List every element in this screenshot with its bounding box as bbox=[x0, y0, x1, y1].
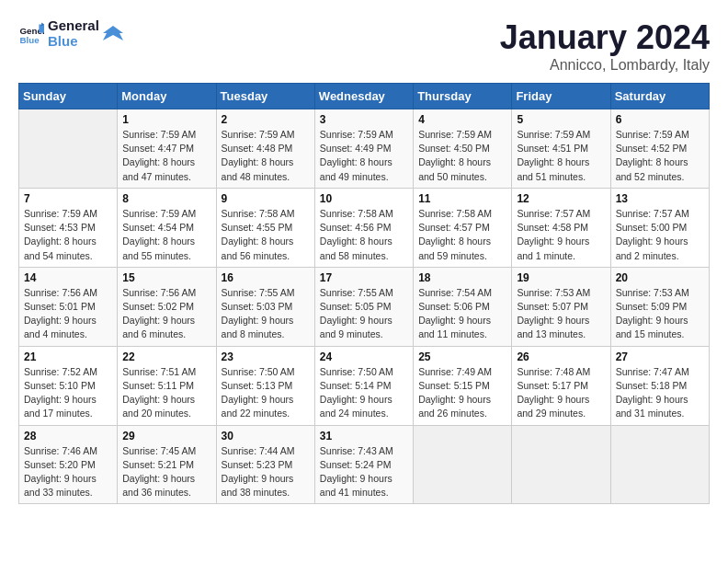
svg-marker-4 bbox=[103, 26, 123, 40]
day-info: Sunrise: 7:53 AM Sunset: 5:07 PM Dayligh… bbox=[517, 286, 605, 342]
calendar-cell: 13 Sunrise: 7:57 AM Sunset: 5:00 PM Dayl… bbox=[610, 188, 709, 267]
day-info: Sunrise: 7:56 AM Sunset: 5:02 PM Dayligh… bbox=[122, 286, 210, 342]
day-number: 17 bbox=[320, 271, 408, 284]
calendar-cell: 23 Sunrise: 7:50 AM Sunset: 5:13 PM Dayl… bbox=[216, 346, 314, 425]
day-number: 11 bbox=[418, 192, 506, 205]
calendar-cell: 8 Sunrise: 7:59 AM Sunset: 4:54 PM Dayli… bbox=[118, 188, 216, 267]
day-number: 12 bbox=[517, 192, 605, 205]
day-number: 13 bbox=[616, 192, 704, 205]
day-number: 28 bbox=[24, 430, 112, 442]
svg-text:Blue: Blue bbox=[19, 34, 40, 44]
day-info: Sunrise: 7:59 AM Sunset: 4:51 PM Dayligh… bbox=[517, 128, 605, 184]
day-info: Sunrise: 7:53 AM Sunset: 5:09 PM Dayligh… bbox=[616, 286, 704, 342]
day-info: Sunrise: 7:44 AM Sunset: 5:23 PM Dayligh… bbox=[222, 444, 310, 500]
calendar-cell: 21 Sunrise: 7:52 AM Sunset: 5:10 PM Dayl… bbox=[19, 346, 118, 425]
day-number: 7 bbox=[24, 192, 112, 205]
day-info: Sunrise: 7:50 AM Sunset: 5:13 PM Dayligh… bbox=[222, 365, 310, 421]
month-title: January 2024 bbox=[500, 18, 710, 57]
day-info: Sunrise: 7:59 AM Sunset: 4:52 PM Dayligh… bbox=[616, 128, 704, 184]
day-info: Sunrise: 7:57 AM Sunset: 5:00 PM Dayligh… bbox=[616, 207, 704, 263]
calendar-week-row: 28 Sunrise: 7:46 AM Sunset: 5:20 PM Dayl… bbox=[19, 425, 710, 504]
day-info: Sunrise: 7:43 AM Sunset: 5:24 PM Dayligh… bbox=[320, 444, 408, 500]
weekday-header-friday: Friday bbox=[512, 84, 610, 109]
calendar-cell: 6 Sunrise: 7:59 AM Sunset: 4:52 PM Dayli… bbox=[610, 109, 709, 189]
calendar-cell: 2 Sunrise: 7:59 AM Sunset: 4:48 PM Dayli… bbox=[216, 109, 314, 189]
day-number: 24 bbox=[320, 350, 408, 363]
calendar-cell: 14 Sunrise: 7:56 AM Sunset: 5:01 PM Dayl… bbox=[19, 267, 118, 346]
calendar-cell: 17 Sunrise: 7:55 AM Sunset: 5:05 PM Dayl… bbox=[314, 267, 413, 346]
day-number: 1 bbox=[122, 113, 210, 126]
calendar-cell: 22 Sunrise: 7:51 AM Sunset: 5:11 PM Dayl… bbox=[118, 346, 216, 425]
weekday-header-saturday: Saturday bbox=[610, 84, 709, 109]
day-number: 19 bbox=[517, 271, 605, 284]
calendar-body: 1 Sunrise: 7:59 AM Sunset: 4:47 PM Dayli… bbox=[19, 109, 710, 504]
day-number: 15 bbox=[122, 271, 210, 284]
day-number: 16 bbox=[222, 271, 310, 284]
day-info: Sunrise: 7:58 AM Sunset: 4:57 PM Dayligh… bbox=[418, 207, 506, 263]
calendar-cell: 30 Sunrise: 7:44 AM Sunset: 5:23 PM Dayl… bbox=[216, 425, 314, 504]
calendar-cell bbox=[19, 109, 118, 189]
logo: General Blue General Blue bbox=[18, 18, 123, 49]
day-number: 18 bbox=[418, 271, 506, 284]
calendar-cell: 24 Sunrise: 7:50 AM Sunset: 5:14 PM Dayl… bbox=[314, 346, 413, 425]
day-number: 20 bbox=[616, 271, 704, 284]
calendar-cell: 5 Sunrise: 7:59 AM Sunset: 4:51 PM Dayli… bbox=[512, 109, 610, 189]
day-info: Sunrise: 7:57 AM Sunset: 4:58 PM Dayligh… bbox=[517, 207, 605, 263]
day-info: Sunrise: 7:47 AM Sunset: 5:18 PM Dayligh… bbox=[616, 365, 704, 421]
day-number: 10 bbox=[320, 192, 408, 205]
calendar-header-row: SundayMondayTuesdayWednesdayThursdayFrid… bbox=[19, 84, 710, 109]
day-info: Sunrise: 7:59 AM Sunset: 4:48 PM Dayligh… bbox=[222, 128, 310, 184]
day-info: Sunrise: 7:51 AM Sunset: 5:11 PM Dayligh… bbox=[122, 365, 210, 421]
day-number: 21 bbox=[24, 350, 112, 363]
day-number: 25 bbox=[418, 350, 506, 363]
logo-bird-icon bbox=[103, 24, 123, 44]
day-number: 23 bbox=[222, 350, 310, 363]
day-number: 22 bbox=[122, 350, 210, 363]
calendar-cell: 28 Sunrise: 7:46 AM Sunset: 5:20 PM Dayl… bbox=[19, 425, 118, 504]
calendar-cell: 29 Sunrise: 7:45 AM Sunset: 5:21 PM Dayl… bbox=[118, 425, 216, 504]
day-info: Sunrise: 7:52 AM Sunset: 5:10 PM Dayligh… bbox=[24, 365, 112, 421]
calendar-cell: 31 Sunrise: 7:43 AM Sunset: 5:24 PM Dayl… bbox=[314, 425, 413, 504]
calendar-cell: 20 Sunrise: 7:53 AM Sunset: 5:09 PM Dayl… bbox=[610, 267, 709, 346]
calendar-cell: 7 Sunrise: 7:59 AM Sunset: 4:53 PM Dayli… bbox=[19, 188, 118, 267]
day-info: Sunrise: 7:58 AM Sunset: 4:55 PM Dayligh… bbox=[222, 207, 310, 263]
weekday-header-monday: Monday bbox=[118, 84, 216, 109]
day-number: 26 bbox=[517, 350, 605, 363]
day-info: Sunrise: 7:58 AM Sunset: 4:56 PM Dayligh… bbox=[320, 207, 408, 263]
day-number: 3 bbox=[320, 113, 408, 126]
day-number: 2 bbox=[222, 113, 310, 126]
calendar-cell: 4 Sunrise: 7:59 AM Sunset: 4:50 PM Dayli… bbox=[414, 109, 512, 189]
day-number: 30 bbox=[222, 430, 310, 442]
day-number: 9 bbox=[222, 192, 310, 205]
weekday-header-sunday: Sunday bbox=[19, 84, 118, 109]
calendar-cell bbox=[512, 425, 610, 504]
day-info: Sunrise: 7:45 AM Sunset: 5:21 PM Dayligh… bbox=[122, 444, 210, 500]
day-info: Sunrise: 7:50 AM Sunset: 5:14 PM Dayligh… bbox=[320, 365, 408, 421]
day-info: Sunrise: 7:59 AM Sunset: 4:53 PM Dayligh… bbox=[24, 207, 112, 263]
day-info: Sunrise: 7:56 AM Sunset: 5:01 PM Dayligh… bbox=[24, 286, 112, 342]
calendar-cell: 12 Sunrise: 7:57 AM Sunset: 4:58 PM Dayl… bbox=[512, 188, 610, 267]
title-section: January 2024 Annicco, Lombardy, Italy bbox=[500, 18, 710, 74]
calendar-cell bbox=[414, 425, 512, 504]
day-number: 29 bbox=[122, 430, 210, 442]
day-info: Sunrise: 7:46 AM Sunset: 5:20 PM Dayligh… bbox=[24, 444, 112, 500]
day-number: 5 bbox=[517, 113, 605, 126]
calendar-cell: 19 Sunrise: 7:53 AM Sunset: 5:07 PM Dayl… bbox=[512, 267, 610, 346]
calendar-week-row: 14 Sunrise: 7:56 AM Sunset: 5:01 PM Dayl… bbox=[19, 267, 710, 346]
weekday-header-thursday: Thursday bbox=[414, 84, 512, 109]
calendar-week-row: 7 Sunrise: 7:59 AM Sunset: 4:53 PM Dayli… bbox=[19, 188, 710, 267]
day-info: Sunrise: 7:59 AM Sunset: 4:50 PM Dayligh… bbox=[418, 128, 506, 184]
day-info: Sunrise: 7:59 AM Sunset: 4:54 PM Dayligh… bbox=[122, 207, 210, 263]
day-number: 14 bbox=[24, 271, 112, 284]
calendar-cell: 1 Sunrise: 7:59 AM Sunset: 4:47 PM Dayli… bbox=[118, 109, 216, 189]
day-number: 8 bbox=[122, 192, 210, 205]
day-number: 27 bbox=[616, 350, 704, 363]
calendar-cell: 25 Sunrise: 7:49 AM Sunset: 5:15 PM Dayl… bbox=[414, 346, 512, 425]
calendar-cell: 11 Sunrise: 7:58 AM Sunset: 4:57 PM Dayl… bbox=[414, 188, 512, 267]
day-number: 4 bbox=[418, 113, 506, 126]
calendar-cell bbox=[610, 425, 709, 504]
calendar-cell: 15 Sunrise: 7:56 AM Sunset: 5:02 PM Dayl… bbox=[118, 267, 216, 346]
calendar-table: SundayMondayTuesdayWednesdayThursdayFrid… bbox=[18, 83, 710, 504]
page-header: General Blue General Blue January 2024 A… bbox=[18, 18, 710, 74]
day-number: 6 bbox=[616, 113, 704, 126]
